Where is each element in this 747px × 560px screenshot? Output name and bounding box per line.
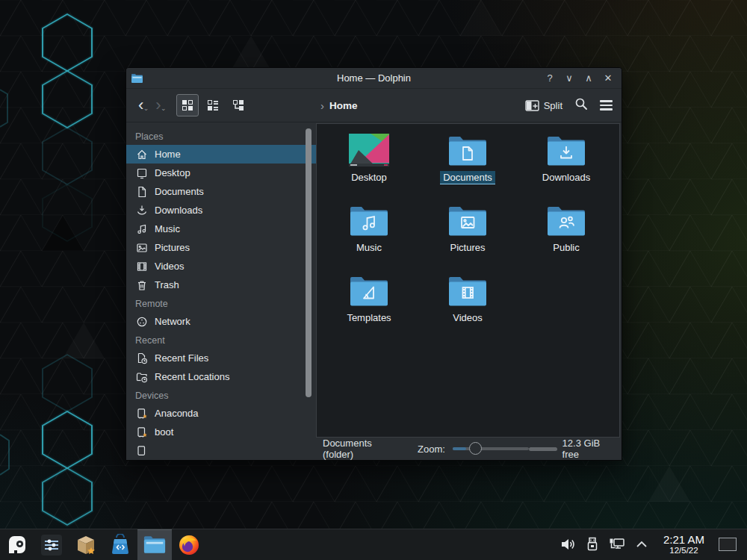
file-item-pictures[interactable]: Pictures xyxy=(418,203,517,273)
back-dropdown-icon[interactable]: ⌄ xyxy=(143,101,149,116)
sidebar-item-label: Recent Files xyxy=(155,352,208,364)
sidebar-item-label: Pictures xyxy=(155,242,190,253)
split-icon xyxy=(525,100,539,111)
settings-sliders-icon xyxy=(41,535,62,556)
clock-date: 12/5/22 xyxy=(663,546,704,556)
sidebar-item-desktop[interactable]: Desktop xyxy=(126,164,316,182)
sidebar-item-label: Home xyxy=(155,149,181,160)
sidebar-item-pictures[interactable]: Pictures xyxy=(126,238,316,257)
sidebar-item-downloads[interactable]: Downloads xyxy=(126,201,316,220)
sidebar-item-recent-locations[interactable]: Recent Locations xyxy=(126,367,316,386)
drive-icon xyxy=(136,408,148,420)
settings-task-button[interactable] xyxy=(34,529,69,560)
music-folder-icon xyxy=(348,203,390,237)
sidebar-item-label: Music xyxy=(155,223,180,234)
app-launcher-button[interactable] xyxy=(0,529,34,560)
sidebar-item-documents[interactable]: Documents xyxy=(126,182,316,201)
sidebar-item-label: Network xyxy=(155,316,190,327)
sidebar-item-label: Desktop xyxy=(155,167,190,178)
file-item-videos[interactable]: Videos xyxy=(418,273,517,343)
file-item-documents[interactable]: Documents xyxy=(418,133,517,203)
details-view-button[interactable] xyxy=(202,94,224,116)
desktop-icon xyxy=(136,167,148,179)
zoom-slider[interactable] xyxy=(453,447,530,450)
videos-icon xyxy=(136,261,148,273)
search-button[interactable] xyxy=(574,97,588,113)
split-button[interactable]: Split xyxy=(525,100,562,111)
package-manager-task-button[interactable] xyxy=(69,529,103,560)
section-header-remote: Remote xyxy=(126,294,316,312)
sidebar-item-label: boot xyxy=(155,426,173,438)
documents-folder-icon xyxy=(447,133,489,167)
dolphin-task-button[interactable] xyxy=(137,529,172,560)
icons-view-icon xyxy=(181,99,194,112)
sidebar-item-videos[interactable]: Videos xyxy=(126,257,316,276)
removable-device-icon[interactable] xyxy=(583,535,601,553)
sidebar-item-boot[interactable]: boot xyxy=(126,423,316,441)
section-header-places: Places xyxy=(126,127,316,145)
dolphin-app-icon xyxy=(131,73,143,84)
sidebar-item-partial[interactable] xyxy=(126,441,316,460)
close-button[interactable]: ✕ xyxy=(602,72,614,84)
file-item-templates[interactable]: Templates xyxy=(320,273,418,343)
main-toolbar: ‹⌄ ›⌄ xyxy=(126,89,622,122)
sidebar-item-label: Videos xyxy=(155,261,185,272)
firefox-task-button[interactable] xyxy=(172,529,206,560)
sidebar-item-anaconda[interactable]: Anaconda xyxy=(126,404,316,423)
recent-locations-icon xyxy=(136,371,148,383)
breadcrumb[interactable]: › Home xyxy=(320,99,358,112)
sidebar-item-music[interactable]: Music xyxy=(126,220,316,238)
downloads-folder-icon xyxy=(545,133,587,167)
folder-view[interactable]: Desktop Documents xyxy=(316,123,620,438)
file-item-downloads[interactable]: Downloads xyxy=(517,133,616,203)
status-text: Documents (folder) xyxy=(323,438,400,460)
sidebar-item-label: Documents xyxy=(155,186,204,197)
back-button[interactable]: ‹⌄ xyxy=(135,98,146,113)
section-header-recent: Recent xyxy=(126,331,316,349)
minimize-button[interactable]: ∨ xyxy=(563,72,575,84)
breadcrumb-chevron-icon: › xyxy=(320,99,324,112)
file-label: Documents xyxy=(440,171,495,184)
tray-expand-button[interactable] xyxy=(633,535,651,553)
forward-dropdown-icon[interactable]: ⌄ xyxy=(161,101,167,116)
titlebar[interactable]: Home — Dolphin ? ∨ ∧ ✕ xyxy=(126,68,622,89)
tree-view-icon xyxy=(232,99,245,112)
sidebar-item-home[interactable]: Home xyxy=(126,145,316,164)
zoom-slider-handle[interactable] xyxy=(469,442,482,455)
help-button[interactable]: ? xyxy=(544,72,556,84)
file-item-desktop[interactable]: Desktop xyxy=(320,133,418,203)
app-launcher-icon xyxy=(6,534,28,556)
file-item-public[interactable]: Public xyxy=(517,203,616,273)
zoom-label: Zoom: xyxy=(418,444,445,455)
dolphin-window: Home — Dolphin ? ∨ ∧ ✕ ‹⌄ ›⌄ xyxy=(125,67,622,461)
maximize-button[interactable]: ∧ xyxy=(583,72,595,84)
sidebar-item-recent-files[interactable]: Recent Files xyxy=(126,349,316,367)
show-desktop-button[interactable] xyxy=(719,538,737,551)
package-box-icon xyxy=(74,533,98,557)
tree-view-button[interactable] xyxy=(227,94,249,116)
menu-button[interactable] xyxy=(600,100,613,110)
sidebar-scrollbar[interactable] xyxy=(306,128,311,397)
file-label: Public xyxy=(550,241,582,254)
drive-icon xyxy=(136,426,148,438)
network-tray-icon[interactable] xyxy=(608,535,626,553)
pictures-icon xyxy=(136,242,148,254)
icons-view-button[interactable] xyxy=(176,94,199,116)
sidebar-item-network[interactable]: Network xyxy=(126,312,316,331)
forward-button[interactable]: ›⌄ xyxy=(152,98,164,113)
status-bar: Documents (folder) Zoom: 12.3 GiB free xyxy=(316,438,622,460)
disk-capacity-bar xyxy=(529,447,557,451)
clock-time: 2:21 AM xyxy=(663,534,704,547)
discover-task-button[interactable] xyxy=(103,529,137,560)
discover-bag-icon xyxy=(109,534,131,556)
clock[interactable]: 2:21 AM 12/5/22 xyxy=(663,534,704,556)
volume-icon[interactable] xyxy=(559,535,577,553)
templates-folder-icon xyxy=(348,273,390,308)
breadcrumb-home[interactable]: Home xyxy=(329,100,358,111)
sidebar-item-label: Recent Locations xyxy=(155,371,229,382)
file-label: Downloads xyxy=(539,171,593,184)
sidebar-item-trash[interactable]: Trash xyxy=(126,276,316,294)
taskbar: 2:21 AM 12/5/22 xyxy=(0,529,747,560)
file-item-music[interactable]: Music xyxy=(320,203,418,273)
pictures-folder-icon xyxy=(447,203,489,237)
